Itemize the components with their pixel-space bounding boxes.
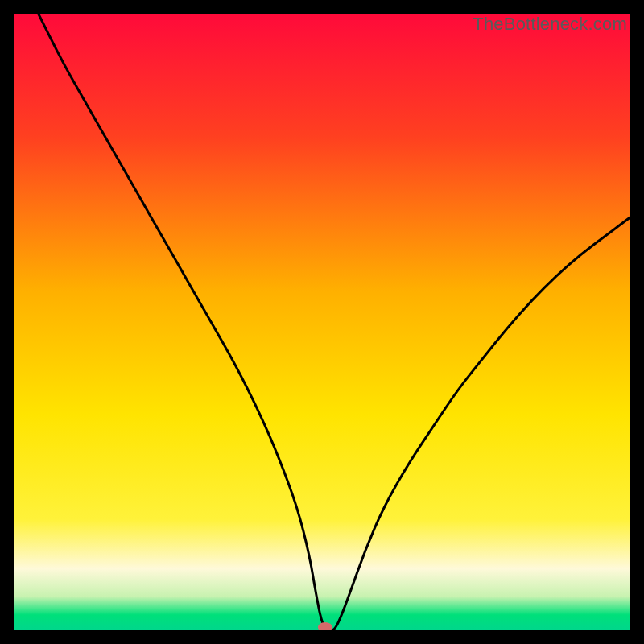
plot-area: TheBottleneck.com (14, 14, 630, 630)
chart-frame: TheBottleneck.com (0, 0, 644, 644)
chart-svg (14, 14, 630, 630)
watermark-text: TheBottleneck.com (473, 14, 627, 35)
gradient-background (14, 14, 630, 630)
